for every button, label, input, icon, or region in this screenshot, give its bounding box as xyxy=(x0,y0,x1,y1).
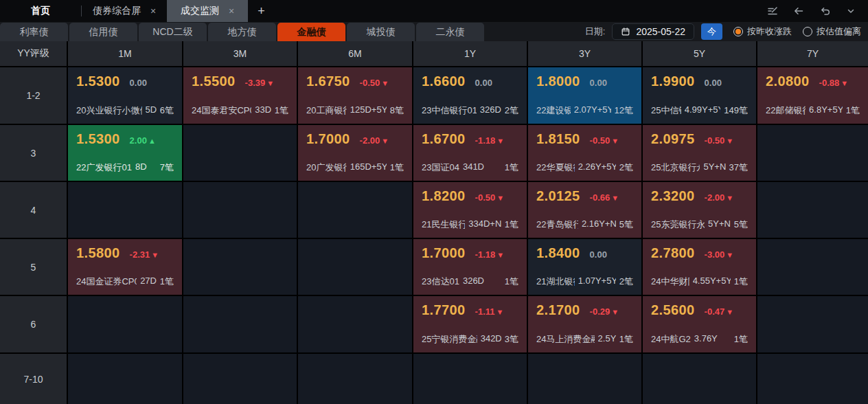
cell-bond-row: 25北京银行永5Y+N37笔 xyxy=(651,161,748,174)
cell-3-7Y-empty xyxy=(757,125,868,181)
trade-count: 1笔 xyxy=(734,276,748,288)
cell-quote-row: 1.6750-0.50▼ xyxy=(306,74,404,89)
change-number: 2.00 xyxy=(130,135,147,146)
bond-term: 1.07Y+5Y xyxy=(578,276,616,288)
cell-quote-row: 1.7700-1.11▼ xyxy=(422,302,518,318)
mode-radio-group: 按昨收涨跌按估值偏离 xyxy=(733,25,861,38)
cell-bond-row: 23国证04341D1笔 xyxy=(422,161,518,174)
trade-count: 1笔 xyxy=(734,333,748,346)
trade-count: 1笔 xyxy=(505,161,518,174)
cell-5-6M-empty xyxy=(298,239,412,295)
window-tab-trade-monitor[interactable]: 成交监测× xyxy=(167,0,248,22)
close-tab-icon[interactable]: × xyxy=(229,6,234,16)
rating-label-6: 6 xyxy=(0,296,67,352)
cell-3-3Y[interactable]: 1.8150-0.50▼22华夏银行2.26Y+5Y2笔 xyxy=(528,125,641,181)
cell-5-3Y[interactable]: 1.84000.0021湖北银行1.07Y+5Y2笔 xyxy=(528,239,641,295)
bond-term: 5Y+N xyxy=(703,161,725,174)
down-arrow-icon: ▼ xyxy=(381,79,389,87)
cell-bond-row: 24国金证券CP027D1笔 xyxy=(76,276,174,288)
cell-7-10-7Y-empty xyxy=(757,354,868,404)
filter-tab-credit-bond[interactable]: 信用债 xyxy=(69,23,137,41)
date-input[interactable]: 2025-05-22 xyxy=(612,23,694,40)
bond-term: 342D xyxy=(481,333,501,346)
filter-tab-rate-bond[interactable]: 利率债 xyxy=(0,23,68,41)
change-value: -1.18▼ xyxy=(475,135,505,146)
cell-quote-row: 2.5600-0.47▼ xyxy=(651,302,748,318)
filter-bar: 利率债信用债NCD二级地方债金融债城投债二永债 日期: 2025-05-22 今… xyxy=(0,22,868,41)
filter-tab-perpetual-bond[interactable]: 二永债 xyxy=(416,23,484,41)
trade-count: 6笔 xyxy=(160,104,174,117)
bond-term: 3.76Y xyxy=(694,333,718,346)
change-value: -0.50▼ xyxy=(475,192,505,203)
annotation-icon[interactable] xyxy=(766,5,779,17)
cell-quote-row: 1.84000.00 xyxy=(536,245,633,261)
cell-4-3Y[interactable]: 2.0125-0.66▼22青岛银行2.16Y+N5笔 xyxy=(528,182,641,238)
back-arrow-icon[interactable] xyxy=(792,5,805,17)
change-number: 0.00 xyxy=(705,78,722,88)
filter-tab-local-gov-bond[interactable]: 地方债 xyxy=(208,23,276,41)
new-tab-button[interactable]: + xyxy=(248,0,275,22)
change-number: -1.11 xyxy=(475,306,495,317)
rate-value: 1.5800 xyxy=(76,245,120,261)
change-value: -1.11▼ xyxy=(475,306,504,317)
trade-count: 12笔 xyxy=(615,104,633,117)
bond-term: 4.55Y+5Y xyxy=(693,276,731,288)
radio-by-prev-close[interactable]: 按昨收涨跌 xyxy=(733,25,792,38)
bond-term: 6.8Y+5Y xyxy=(809,104,843,117)
cell-1-2-5Y[interactable]: 1.99000.0025中信银行4.99Y+5Y149笔 xyxy=(643,67,756,124)
rate-value: 1.6700 xyxy=(422,131,466,147)
change-number: -1.18 xyxy=(475,249,496,260)
bond-term: 334D+N xyxy=(468,218,501,231)
cell-3-5Y[interactable]: 2.0975-0.50▼25北京银行永5Y+N37笔 xyxy=(643,125,756,181)
window-tab-bond-screen[interactable]: 债券综合屏× xyxy=(82,0,167,22)
cell-bond-row: 22邮储银行6.8Y+5Y1笔 xyxy=(766,104,860,117)
cell-quote-row: 2.0800-0.88▼ xyxy=(766,74,860,89)
radio-by-valuation[interactable]: 按估值偏离 xyxy=(803,25,861,38)
filter-tab-chengtou-bond[interactable]: 城投债 xyxy=(347,23,415,41)
undo-icon[interactable] xyxy=(819,5,831,17)
window-tab-home[interactable]: 首页 xyxy=(0,0,81,22)
cell-quote-row: 1.53000.00 xyxy=(76,74,174,89)
radio-label: 按估值偏离 xyxy=(816,25,861,38)
cell-bond-row: 21民生银行334D+N1笔 xyxy=(422,218,518,231)
filter-tab-financial-bond[interactable]: 金融债 xyxy=(277,23,345,41)
cell-5-1M[interactable]: 1.5800-2.31▼24国金证券CP027D1笔 xyxy=(68,239,182,295)
cell-3-6M[interactable]: 1.7000-2.00▼20广发银行165D+5Y1笔 xyxy=(298,125,412,181)
chevron-down-icon[interactable] xyxy=(845,5,857,17)
cell-3-1Y[interactable]: 1.6700-1.18▼23国证04341D1笔 xyxy=(413,125,527,181)
rating-label-5: 5 xyxy=(0,239,67,295)
change-number: -2.31 xyxy=(130,249,150,260)
cell-1-2-1M[interactable]: 1.53000.0020兴业银行小微债5D6笔 xyxy=(68,67,182,124)
trade-count: 37笔 xyxy=(729,161,748,174)
cell-bond-row: 23信达01326D1笔 xyxy=(422,276,518,288)
cell-6-3Y[interactable]: 2.1700-0.29▼24马上消费金融2.5Y1笔 xyxy=(528,296,641,352)
cell-5-1Y[interactable]: 1.7000-1.18▼23信达01326D1笔 xyxy=(413,239,527,295)
today-button[interactable]: 今 xyxy=(701,23,722,40)
cell-1-2-6M[interactable]: 1.6750-0.50▼20工商银行125D+5Y8笔 xyxy=(298,67,412,124)
cell-6-5Y[interactable]: 2.5600-0.47▼24中航G23.76Y1笔 xyxy=(643,296,756,352)
change-value: 0.00 xyxy=(590,249,607,260)
cell-bond-row: 24中航G23.76Y1笔 xyxy=(651,333,748,346)
rate-value: 1.7000 xyxy=(422,245,466,261)
bond-name: 24中华财险 xyxy=(651,276,689,288)
filter-tab-ncd-secondary[interactable]: NCD二级 xyxy=(139,23,207,41)
cell-1-2-1Y[interactable]: 1.66000.0023中信银行01326D2笔 xyxy=(413,67,527,124)
change-value: -2.00▼ xyxy=(360,135,389,146)
cell-bond-row: 20广发银行165D+5Y1笔 xyxy=(306,161,404,174)
cell-3-1M[interactable]: 1.53002.00▲22广发银行018D7笔 xyxy=(68,125,182,181)
bond-term: 326D xyxy=(480,104,501,117)
cell-1-2-3M[interactable]: 1.5500-3.39▼24国泰君安CP033D1笔 xyxy=(183,67,297,124)
cell-5-5Y[interactable]: 2.7800-3.00▼24中华财险4.55Y+5Y1笔 xyxy=(643,239,756,295)
cell-quote-row: 1.99000.00 xyxy=(651,74,748,89)
down-arrow-icon: ▼ xyxy=(611,308,619,316)
close-tab-icon[interactable]: × xyxy=(150,6,156,16)
cell-4-1Y[interactable]: 1.8200-0.50▼21民生银行334D+N1笔 xyxy=(413,182,527,238)
bond-name: 25北京银行永 xyxy=(651,161,700,174)
cell-1-2-3Y[interactable]: 1.80000.0022建设银行2.07Y+5Y12笔 xyxy=(528,67,641,124)
cell-6-1Y[interactable]: 1.7700-1.11▼25宁银消费金融342D3笔 xyxy=(413,296,527,352)
cell-4-5Y[interactable]: 2.3200-2.00▼25东莞银行永5Y+N5笔 xyxy=(643,182,756,238)
change-number: -0.50 xyxy=(475,192,496,203)
cell-1-2-7Y[interactable]: 2.0800-0.88▼22邮储银行6.8Y+5Y1笔 xyxy=(757,67,868,124)
cell-4-1M-empty xyxy=(68,182,182,238)
change-number: 0.00 xyxy=(130,78,147,88)
